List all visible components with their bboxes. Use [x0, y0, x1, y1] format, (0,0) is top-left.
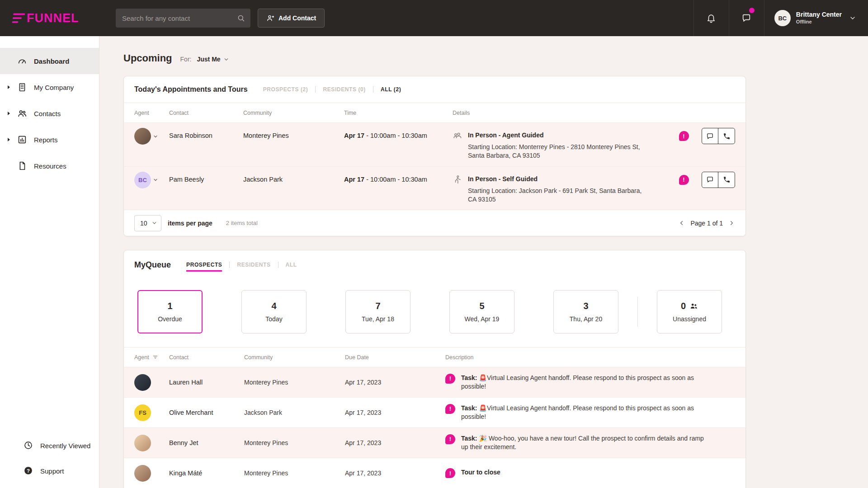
summary-label: Today: [265, 315, 282, 323]
sidebar-label: Resources: [34, 162, 66, 170]
tab-all[interactable]: ALL (2): [381, 83, 401, 96]
summary-card-thu-apr-20[interactable]: 3 Thu, Apr 20: [553, 290, 618, 333]
summary-count: 4: [271, 301, 276, 311]
contact-name[interactable]: Olive Merchant: [169, 409, 244, 416]
contact-name[interactable]: Lauren Hall: [169, 379, 244, 386]
alert-icon[interactable]: !: [679, 175, 689, 185]
sidebar-item-resources[interactable]: Resources: [0, 153, 99, 179]
contact-name[interactable]: Sara Robinson: [169, 128, 243, 143]
user-name: Brittany Center: [796, 11, 842, 19]
messages-button[interactable]: [729, 0, 764, 36]
filter-icon[interactable]: [152, 354, 158, 360]
sidebar-item-support[interactable]: ? Support: [0, 458, 99, 483]
queue-row[interactable]: Benny Jet Monterey Pines Apr 17, 2023 ! …: [124, 427, 745, 458]
description-cell: ! Task:🚨Virtual Leasing Agent handoff. P…: [445, 404, 735, 422]
contact-name[interactable]: Pam Beesly: [169, 172, 243, 187]
col-agent-label: Agent: [134, 354, 149, 361]
summary-label: Thu, Apr 20: [570, 315, 602, 323]
call-button[interactable]: [718, 172, 735, 188]
alert-icon[interactable]: !: [445, 434, 455, 444]
sidebar-item-contacts[interactable]: Contacts: [0, 100, 99, 127]
details-cell: In Person - Agent Guided Starting Locati…: [453, 128, 649, 160]
sidebar-item-recently-viewed[interactable]: Recently Viewed: [0, 433, 99, 458]
tab-all[interactable]: ALL: [286, 258, 297, 272]
add-contact-button[interactable]: Add Contact: [258, 9, 325, 28]
col-details: Details: [453, 110, 649, 116]
caret-right-icon[interactable]: [8, 85, 10, 89]
search-icon[interactable]: [237, 14, 245, 22]
queue-row[interactable]: FS Olive Merchant Jackson Park Apr 17, 2…: [124, 397, 745, 427]
summary-card-unassigned[interactable]: 0 Unassigned: [657, 290, 722, 333]
agent-avatar[interactable]: [134, 435, 151, 451]
chevron-down-icon[interactable]: [153, 134, 158, 139]
funnel-logo[interactable]: FUNNEL: [0, 11, 99, 25]
for-filter-dropdown[interactable]: Just Me: [197, 56, 229, 63]
message-button[interactable]: [702, 128, 719, 144]
appointment-row[interactable]: BC Pam Beesly Jackson Park Apr 17 - 10:0…: [124, 166, 745, 210]
alert-icon[interactable]: !: [679, 131, 689, 141]
appointments-title: Today's Appointments and Tours: [134, 85, 248, 94]
community-name: Monterey Pines: [243, 128, 344, 143]
myqueue-card-header: MyQueue PROSPECTS RESIDENTS ALL: [124, 250, 745, 279]
community-name: Jackson Park: [243, 172, 344, 187]
tab-residents[interactable]: RESIDENTS: [237, 258, 270, 272]
community-name: Monterey Pines: [244, 469, 345, 477]
agent-avatar[interactable]: [134, 465, 151, 482]
description-body: 🚨Virtual Leasing Agent handoff. Please r…: [461, 404, 694, 420]
sidebar-item-my-company[interactable]: My Company: [0, 74, 99, 100]
agent-avatar[interactable]: FS: [134, 404, 151, 421]
sidebar-item-dashboard[interactable]: Dashboard: [0, 48, 99, 74]
caret-right-icon[interactable]: [8, 138, 10, 141]
phone-icon: [723, 132, 731, 140]
people-icon: [17, 108, 27, 118]
summary-label: Wed, Apr 19: [465, 315, 500, 323]
unread-badge-dot: [749, 8, 755, 13]
description-prefix: Tour to close: [461, 469, 500, 476]
contact-name[interactable]: Benny Jet: [169, 439, 244, 446]
chevron-down-icon[interactable]: [153, 177, 158, 183]
sidebar-label: My Company: [34, 84, 74, 91]
description-prefix: Task:: [461, 435, 477, 442]
appointments-tabs: PROSPECTS (2) RESIDENTS (0) ALL (2): [263, 83, 401, 96]
phone-icon: [723, 176, 731, 183]
queue-row[interactable]: Lauren Hall Monterey Pines Apr 17, 2023 …: [124, 367, 745, 397]
alert-icon[interactable]: !: [445, 374, 455, 384]
agent-avatar[interactable]: BC: [134, 172, 151, 188]
agent-avatar[interactable]: [134, 128, 151, 145]
contact-name[interactable]: Kinga Máté: [169, 469, 244, 477]
user-avatar: BC: [774, 10, 791, 26]
notifications-button[interactable]: [693, 0, 729, 36]
tab-prospects[interactable]: PROSPECTS: [186, 258, 222, 272]
tab-prospects[interactable]: PROSPECTS (2): [263, 83, 308, 96]
summary-card-today[interactable]: 4 Today: [241, 290, 307, 333]
chevron-left-icon: [678, 220, 685, 226]
call-button[interactable]: [718, 128, 735, 144]
alert-icon[interactable]: !: [445, 404, 455, 414]
page-size-select[interactable]: 10: [134, 215, 161, 231]
agent-cell: [134, 128, 169, 145]
summary-card-tue-apr-18[interactable]: 7 Tue, Apr 18: [345, 290, 410, 333]
appointment-row[interactable]: Sara Robinson Monterey Pines Apr 17 - 10…: [124, 122, 745, 166]
tab-residents[interactable]: RESIDENTS (0): [323, 83, 365, 96]
col-description: Description: [445, 354, 735, 361]
caret-right-icon[interactable]: [8, 112, 10, 115]
alert-icon[interactable]: !: [445, 468, 455, 478]
sidebar-item-reports[interactable]: Reports: [0, 127, 99, 153]
row-actions: !: [649, 172, 735, 188]
community-name: Jackson Park: [244, 409, 345, 416]
message-button[interactable]: [702, 172, 719, 188]
agent-avatar[interactable]: [134, 374, 151, 391]
page-prev-button[interactable]: [678, 220, 685, 226]
page-next-button[interactable]: [728, 220, 735, 226]
walking-person-icon: [453, 175, 462, 204]
contact-search[interactable]: [116, 9, 250, 28]
user-menu[interactable]: BC Brittany Center Offline: [764, 0, 868, 36]
myqueue-card: MyQueue PROSPECTS RESIDENTS ALL 1 Overdu…: [123, 250, 746, 488]
queue-row[interactable]: Kinga Máté Monterey Pines Apr 17, 2023 !…: [124, 458, 745, 488]
summary-count: 1: [167, 301, 172, 311]
summary-card-overdue[interactable]: 1 Overdue: [137, 290, 203, 333]
sidebar-label: Contacts: [34, 110, 61, 117]
search-input[interactable]: [122, 14, 237, 22]
summary-card-wed-apr-19[interactable]: 5 Wed, Apr 19: [449, 290, 514, 333]
tour-location: Starting Location: Jackson Park - 691 Pa…: [468, 187, 649, 204]
